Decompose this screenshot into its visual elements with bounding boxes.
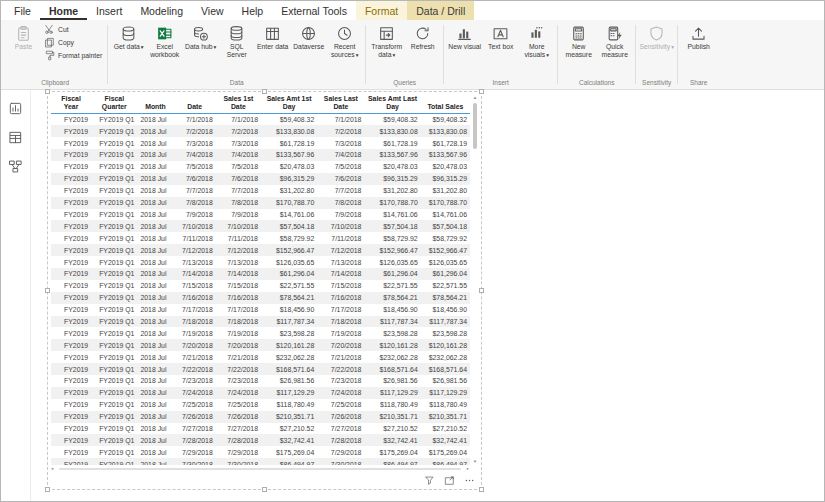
cut-button[interactable]: Cut xyxy=(42,24,71,35)
menu-tab-modeling[interactable]: Modeling xyxy=(131,1,192,20)
column-header-fiscal-year[interactable]: Fiscal Year xyxy=(51,94,91,113)
filter-button[interactable] xyxy=(424,475,435,486)
quick-measure-button[interactable]: Quick measure xyxy=(597,23,632,60)
table-visual[interactable]: Fiscal YearFiscal QuarterMonthDateSales … xyxy=(47,91,482,490)
ribbon-group-calculations: New measureQuick measureCalculations xyxy=(558,20,635,89)
data-hub-button[interactable]: Data hub▾ xyxy=(183,23,218,52)
table-row[interactable]: FY2019FY2019 Q12018 Jul7/22/20187/22/201… xyxy=(51,363,470,375)
table-row[interactable]: FY2019FY2019 Q12018 Jul7/8/20187/8/2018$… xyxy=(51,197,470,209)
new-visual-button[interactable]: New visual xyxy=(447,23,482,52)
table-row[interactable]: FY2019FY2019 Q12018 Jul7/25/20187/25/201… xyxy=(51,399,470,411)
table-row[interactable]: FY2019FY2019 Q12018 Jul7/30/20187/30/201… xyxy=(51,458,470,465)
column-header-date[interactable]: Date xyxy=(174,94,216,113)
menu-tab-format[interactable]: Format xyxy=(356,1,407,20)
table-row[interactable]: FY2019FY2019 Q12018 Jul7/7/20187/7/2018$… xyxy=(51,185,470,197)
table-row[interactable]: FY2019FY2019 Q12018 Jul7/15/20187/15/201… xyxy=(51,280,470,292)
table-row[interactable]: FY2019FY2019 Q12018 Jul7/11/20187/11/201… xyxy=(51,232,470,244)
ribbon-group-label: Share xyxy=(681,77,716,89)
table-row[interactable]: FY2019FY2019 Q12018 Jul7/29/20187/29/201… xyxy=(51,446,470,458)
table-row[interactable]: FY2019FY2019 Q12018 Jul7/2/20187/2/2018$… xyxy=(51,125,470,137)
selection-handle-ne[interactable] xyxy=(479,89,484,94)
table-row[interactable]: FY2019FY2019 Q12018 Jul7/20/20187/20/201… xyxy=(51,339,470,351)
selection-handle-nw[interactable] xyxy=(45,89,50,94)
table-row[interactable]: FY2019FY2019 Q12018 Jul7/18/20187/18/201… xyxy=(51,316,470,328)
table-row[interactable]: FY2019FY2019 Q12018 Jul7/26/20187/26/201… xyxy=(51,411,470,423)
publish-button[interactable]: Publish xyxy=(681,23,716,52)
table-row[interactable]: FY2019FY2019 Q12018 Jul7/14/20187/14/201… xyxy=(51,268,470,280)
column-header-sales-1st-date[interactable]: Sales 1st Date xyxy=(216,94,261,113)
report-canvas[interactable]: Fiscal YearFiscal QuarterMonthDateSales … xyxy=(31,90,824,501)
new-measure-button[interactable]: New measure xyxy=(561,23,596,60)
table-row[interactable]: FY2019FY2019 Q12018 Jul7/1/20187/1/2018$… xyxy=(51,113,470,125)
menu-tab-external-tools[interactable]: External Tools xyxy=(272,1,356,20)
more-options-button[interactable] xyxy=(464,475,475,486)
excel-workbook-button[interactable]: Excel workbook xyxy=(147,23,182,60)
table-row[interactable]: FY2019FY2019 Q12018 Jul7/16/20187/16/201… xyxy=(51,292,470,304)
column-header-sales-amt-1st-day[interactable]: Sales Amt 1st Day xyxy=(261,94,317,113)
table-row[interactable]: FY2019FY2019 Q12018 Jul7/9/20187/9/2018$… xyxy=(51,209,470,221)
table-row[interactable]: FY2019FY2019 Q12018 Jul7/23/20187/23/201… xyxy=(51,375,470,387)
sidebar-item-data-view[interactable] xyxy=(6,129,26,149)
get-data-icon xyxy=(120,25,137,43)
sidebar-item-model-view[interactable] xyxy=(6,158,26,178)
scroll-left-icon[interactable]: ◂ xyxy=(51,465,53,472)
selection-handle-sw[interactable] xyxy=(45,487,50,492)
selection-handle-n[interactable] xyxy=(262,89,267,94)
table-row[interactable]: FY2019FY2019 Q12018 Jul7/5/20187/5/2018$… xyxy=(51,161,470,173)
table-row[interactable]: FY2019FY2019 Q12018 Jul7/10/20187/10/201… xyxy=(51,220,470,232)
paste-button[interactable]: Paste xyxy=(6,23,41,52)
table-row[interactable]: FY2019FY2019 Q12018 Jul7/12/20187/12/201… xyxy=(51,244,470,256)
selection-handle-w[interactable] xyxy=(45,288,50,293)
table-row[interactable]: FY2019FY2019 Q12018 Jul7/6/20187/6/2018$… xyxy=(51,173,470,185)
column-header-sales-amt-last-day[interactable]: Sales Amt Last Day xyxy=(364,94,420,113)
dataverse-button[interactable]: Dataverse xyxy=(291,23,326,52)
horizontal-scrollbar[interactable]: ◂ ▸ xyxy=(51,465,469,472)
table-row[interactable]: FY2019FY2019 Q12018 Jul7/27/20187/27/201… xyxy=(51,423,470,435)
table-row[interactable]: FY2019FY2019 Q12018 Jul7/19/20187/19/201… xyxy=(51,327,470,339)
column-header-month[interactable]: Month xyxy=(137,94,173,113)
table-cell: $14,761.06 xyxy=(261,209,317,221)
menu-tab-file[interactable]: File xyxy=(5,1,40,20)
selection-handle-s[interactable] xyxy=(262,487,267,492)
menu-tab-data-drill[interactable]: Data / Drill xyxy=(407,1,474,20)
table-row[interactable]: FY2019FY2019 Q12018 Jul7/13/20187/13/201… xyxy=(51,256,470,268)
selection-handle-e[interactable] xyxy=(479,288,484,293)
format-painter-button[interactable]: Format painter xyxy=(42,50,104,61)
table-cell: 7/1/2018 xyxy=(317,113,364,125)
horizontal-scrollbar-thumb[interactable] xyxy=(59,468,461,471)
table-row[interactable]: FY2019FY2019 Q12018 Jul7/28/20187/28/201… xyxy=(51,434,470,446)
transform-data-button[interactable]: Transform data▾ xyxy=(369,23,404,60)
menu-tab-insert[interactable]: Insert xyxy=(87,1,131,20)
table-cell: $86,494.97 xyxy=(364,458,420,465)
table-cell: 7/27/2018 xyxy=(216,423,261,435)
scroll-right-icon[interactable]: ▸ xyxy=(467,465,469,472)
scroll-up-icon[interactable]: ▲ xyxy=(471,94,479,101)
table-cell: $23,598.28 xyxy=(421,327,470,339)
recent-sources-button[interactable]: Recent sources▾ xyxy=(327,23,362,60)
refresh-button[interactable]: Refresh xyxy=(405,23,440,52)
focus-mode-button[interactable] xyxy=(444,475,455,486)
selection-handle-se[interactable] xyxy=(479,487,484,492)
sql-server-button[interactable]: SQL Server xyxy=(219,23,254,60)
vertical-scrollbar-thumb[interactable] xyxy=(473,103,477,149)
menu-tab-help[interactable]: Help xyxy=(233,1,273,20)
column-header-fiscal-quarter[interactable]: Fiscal Quarter xyxy=(91,94,137,113)
text-box-button[interactable]: Text box xyxy=(483,23,518,52)
vertical-scrollbar[interactable]: ▲ ▼ xyxy=(471,94,479,465)
table-row[interactable]: FY2019FY2019 Q12018 Jul7/4/20187/4/2018$… xyxy=(51,149,470,161)
table-row[interactable]: FY2019FY2019 Q12018 Jul7/24/20187/24/201… xyxy=(51,387,470,399)
table-row[interactable]: FY2019FY2019 Q12018 Jul7/17/20187/17/201… xyxy=(51,304,470,316)
sidebar-item-report-view[interactable] xyxy=(6,100,26,120)
menu-tab-view[interactable]: View xyxy=(192,1,233,20)
menu-tab-home[interactable]: Home xyxy=(40,1,87,20)
column-header-sales-last-date[interactable]: Sales Last Date xyxy=(317,94,364,113)
get-data-button[interactable]: Get data▾ xyxy=(111,23,146,52)
copy-button[interactable]: Copy xyxy=(42,37,76,48)
table-row[interactable]: FY2019FY2019 Q12018 Jul7/21/20187/21/201… xyxy=(51,351,470,363)
table-row[interactable]: FY2019FY2019 Q12018 Jul7/3/20187/3/2018$… xyxy=(51,137,470,149)
sensitivity-button[interactable]: Sensitivity▾ xyxy=(639,23,674,52)
column-header-total-sales[interactable]: Total Sales xyxy=(421,94,470,113)
more-visuals-button[interactable]: More visuals▾ xyxy=(519,23,554,60)
scroll-down-icon[interactable]: ▼ xyxy=(471,458,479,465)
enter-data-button[interactable]: Enter data xyxy=(255,23,290,52)
